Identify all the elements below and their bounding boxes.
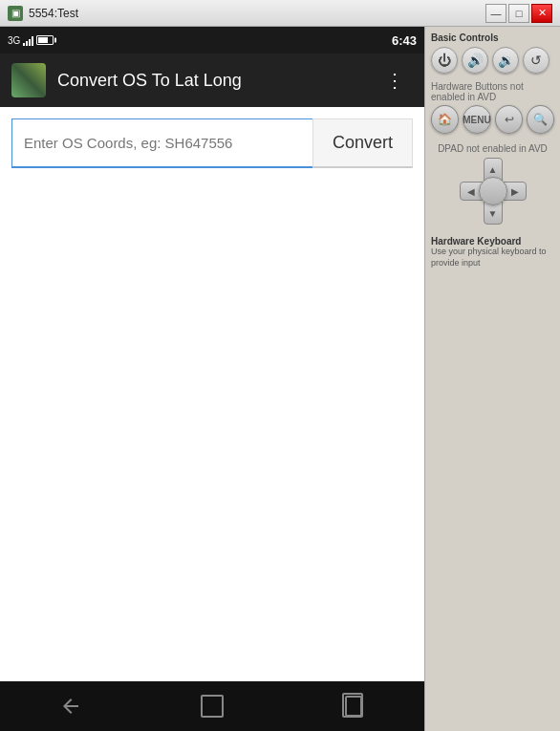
app-title: Convert OS To Lat Long bbox=[57, 71, 366, 91]
content-area: Convert bbox=[0, 107, 424, 681]
android-screen: 3G 6:43 Convert OS To Lat Long ⋮ bbox=[0, 27, 424, 731]
dpad-label: DPAD not enabled in AVD bbox=[438, 143, 548, 154]
power-button[interactable]: ⏻ bbox=[431, 47, 458, 74]
dpad: ▲ ▼ ◀ ▶ bbox=[460, 158, 527, 225]
dpad-section: DPAD not enabled in AVD ▲ ▼ ◀ ▶ bbox=[431, 143, 554, 225]
convert-button[interactable]: Convert bbox=[312, 118, 413, 168]
hardware-keyboard-description: Use your physical keyboard to provide in… bbox=[431, 247, 554, 269]
main-layout: 3G 6:43 Convert OS To Lat Long ⋮ bbox=[0, 27, 560, 731]
close-button[interactable]: ✕ bbox=[531, 4, 552, 23]
hw-search-button[interactable]: 🔍 bbox=[527, 105, 554, 134]
hw-back-button[interactable]: ↩ bbox=[495, 105, 523, 134]
basic-controls-section: Basic Controls ⏻ 🔊 🔉 ↺ bbox=[431, 32, 554, 74]
hw-menu-button[interactable]: MENU bbox=[463, 105, 491, 134]
signal-bar-4 bbox=[32, 36, 33, 46]
battery-icon bbox=[36, 35, 54, 45]
app-icon-image bbox=[11, 63, 46, 97]
status-bar-left: 3G bbox=[8, 34, 388, 46]
back-icon bbox=[59, 695, 82, 718]
recents-button[interactable] bbox=[334, 687, 373, 725]
window-controls: — □ ✕ bbox=[485, 4, 552, 23]
battery-fill bbox=[38, 37, 48, 43]
volume-up-button[interactable]: 🔊 bbox=[462, 47, 488, 74]
back-button[interactable] bbox=[52, 687, 90, 725]
app-bar: Convert OS To Lat Long ⋮ bbox=[0, 54, 424, 107]
rotate-button[interactable]: ↺ bbox=[523, 47, 549, 74]
window-app-icon: ▣ bbox=[8, 6, 23, 21]
signal-bar-2 bbox=[26, 41, 28, 46]
network-type: 3G bbox=[8, 35, 20, 46]
minimize-button[interactable]: — bbox=[485, 4, 506, 23]
navigation-bar bbox=[0, 681, 424, 731]
hardware-buttons-section: Hardware Buttons not enabled in AVD 🏠 ME… bbox=[431, 81, 554, 134]
overflow-menu-button[interactable]: ⋮ bbox=[377, 69, 413, 92]
status-time: 6:43 bbox=[392, 33, 417, 48]
dpad-center-button[interactable] bbox=[479, 177, 507, 205]
window-titlebar: ▣ 5554:Test — □ ✕ bbox=[0, 0, 560, 27]
hardware-keyboard-title: Hardware Keyboard bbox=[431, 236, 554, 247]
hw-home-button[interactable]: 🏠 bbox=[431, 105, 459, 134]
maximize-button[interactable]: □ bbox=[508, 4, 529, 23]
right-panel: Basic Controls ⏻ 🔊 🔉 ↺ Hardware Buttons … bbox=[424, 27, 560, 731]
hardware-buttons-label: Hardware Buttons not enabled in AVD bbox=[431, 81, 554, 102]
basic-controls-title: Basic Controls bbox=[431, 32, 554, 43]
app-icon bbox=[11, 63, 46, 97]
signal-icon bbox=[23, 34, 33, 46]
status-bar: 3G 6:43 bbox=[0, 27, 424, 54]
recents-icon bbox=[345, 696, 362, 717]
basic-controls-group: ⏻ 🔊 🔉 ↺ bbox=[431, 47, 554, 74]
window-title: 5554:Test bbox=[29, 7, 485, 20]
home-icon bbox=[201, 695, 224, 718]
volume-down-button[interactable]: 🔉 bbox=[492, 47, 519, 74]
hardware-keyboard-section: Hardware Keyboard Use your physical keyb… bbox=[431, 236, 554, 269]
signal-bar-3 bbox=[29, 39, 31, 46]
hardware-buttons-row: 🏠 MENU ↩ 🔍 bbox=[431, 105, 554, 134]
signal-bar-1 bbox=[23, 43, 25, 46]
os-coords-input[interactable] bbox=[11, 118, 312, 168]
input-row: Convert bbox=[11, 118, 413, 168]
home-button[interactable] bbox=[193, 687, 231, 725]
